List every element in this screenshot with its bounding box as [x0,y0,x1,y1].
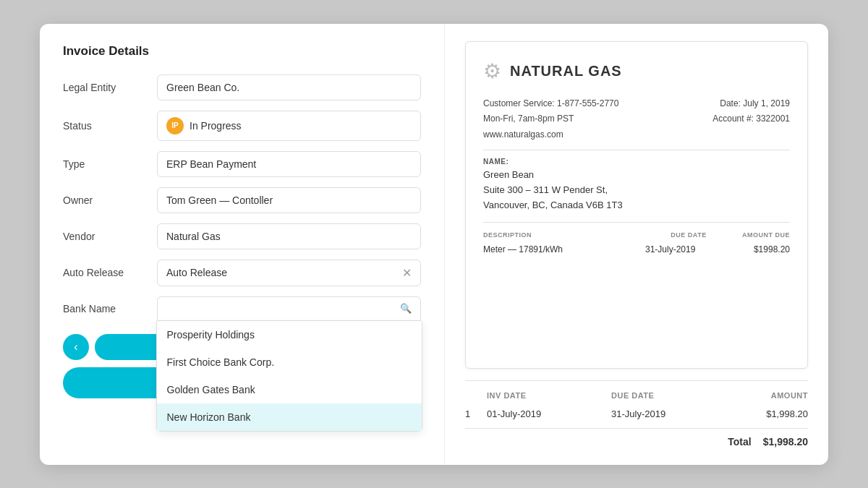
invoice-account: Account #: 3322001 [712,111,790,127]
invoice-header: ⚙ NATURAL GAS [483,59,790,83]
gear-icon: ⚙ [483,59,501,83]
invoice-company-name: NATURAL GAS [510,63,622,80]
invoice-name-line2: Suite 300 – 311 W Pender St, [483,183,790,198]
vendor-input[interactable] [157,223,421,249]
status-badge: IP [166,117,184,134]
left-panel: Invoice Details Legal Entity Status IP I… [40,24,445,465]
auto-release-text: Auto Release [166,267,227,278]
col-duedate-header: DUE DATE [611,391,736,400]
legal-entity-label: Legal Entity [63,82,157,93]
invoice-meta: Customer Service: 1-877-555-2770 Mon-Fri… [483,96,790,143]
invoice-name-value: Green Bean Suite 300 – 311 W Pender St, … [483,168,790,213]
col-amount-header: AMOUNT [736,391,808,400]
cell-due-date: 31-July-2019 [611,408,736,419]
panel-title: Invoice Details [63,44,421,59]
bank-name-row: Bank Name 🔍 Prosperity Holdings First Ch… [63,296,421,321]
bank-dropdown-container[interactable]: 🔍 Prosperity Holdings First Choice Bank … [157,296,421,321]
owner-label: Owner [63,194,157,206]
total-label: Total [728,436,751,448]
cell-description: Meter — 17891/kWh [483,244,645,254]
invoice-divider [483,150,790,150]
vendor-label: Vendor [63,231,157,242]
cell-amount-due: $1998.20 [732,244,790,254]
type-input[interactable] [157,151,421,177]
total-value: $1,998.20 [763,436,808,448]
invoice-table-row: Meter — 17891/kWh 31-July-2019 $1998.20 [483,241,790,257]
col-invdate-header: INV DATE [487,391,611,400]
invoice-meta-left: Customer Service: 1-877-555-2770 Mon-Fri… [483,96,618,143]
status-text: In Progress [190,120,242,132]
status-wrapper: IP In Progress [157,111,421,141]
type-label: Type [63,158,157,170]
total-row: Total $1,998.20 [465,428,808,448]
bank-name-label: Bank Name [63,303,157,314]
auto-release-row: Auto Release Auto Release ✕ [63,260,421,286]
type-row: Type [63,151,421,177]
invoice-table: DESCRIPTION DUE DATE AMOUNT DUE Meter — … [483,222,790,257]
clear-icon[interactable]: ✕ [402,266,412,280]
legal-entity-input[interactable] [157,74,421,100]
status-row: Status IP In Progress [63,111,421,141]
col-due-date: DUE DATE [645,231,732,239]
legal-entity-row: Legal Entity [63,74,421,100]
bank-search-box[interactable]: 🔍 [157,296,421,321]
bottom-table: INV DATE DUE DATE AMOUNT 1 01-July-2019 … [465,380,808,448]
right-panel: ⚙ NATURAL GAS Customer Service: 1-877-55… [445,24,828,465]
vendor-row: Vendor [63,223,421,249]
status-label: Status [63,120,157,132]
invoice-name-line3: Vancouver, BC, Canada V6B 1T3 [483,198,790,213]
customer-service: Customer Service: 1-877-555-2770 [483,96,618,112]
search-icon: 🔍 [400,303,412,314]
invoice-hours: Mon-Fri, 7am-8pm PST [483,111,618,127]
table-row: 1 01-July-2019 31-July-2019 $1,998.20 [465,406,808,422]
invoice-name-section: NAME: Green Bean Suite 300 – 311 W Pende… [483,158,790,213]
invoice-date: Date: July 1, 2019 [712,96,790,112]
invoice-table-header: DESCRIPTION DUE DATE AMOUNT DUE [483,228,790,241]
invoice-name-label: NAME: [483,158,790,166]
invoice-name-line1: Green Bean [483,168,790,183]
auto-release-label: Auto Release [63,267,157,278]
invoice-preview: ⚙ NATURAL GAS Customer Service: 1-877-55… [465,41,808,369]
bottom-table-header: INV DATE DUE DATE AMOUNT [465,391,808,406]
prev-button[interactable]: ‹ [63,334,89,360]
bank-dropdown-list: Prosperity Holdings First Choice Bank Co… [156,321,422,432]
owner-row: Owner [63,187,421,213]
auto-release-wrapper[interactable]: Auto Release ✕ [157,260,421,286]
cell-due-date: 31-July-2019 [645,244,732,254]
bank-option-firstchoice[interactable]: First Choice Bank Corp. [157,348,422,376]
col-description: DESCRIPTION [483,231,645,239]
bank-option-prosperity[interactable]: Prosperity Holdings [157,321,422,348]
main-card: Invoice Details Legal Entity Status IP I… [40,24,828,465]
bank-option-newhorizon[interactable]: New Horizon Bank [157,403,422,431]
bank-search-input[interactable] [166,303,396,314]
owner-input[interactable] [157,187,421,213]
bank-option-goldengates[interactable]: Golden Gates Bank [157,376,422,403]
cell-amount: $1,998.20 [736,408,808,419]
cell-inv-date: 01-July-2019 [487,408,611,419]
col-amount-due: AMOUNT DUE [732,231,790,239]
invoice-website: www.naturalgas.com [483,127,618,143]
invoice-meta-right: Date: July 1, 2019 Account #: 3322001 [712,96,790,143]
cell-row-num: 1 [465,408,487,419]
